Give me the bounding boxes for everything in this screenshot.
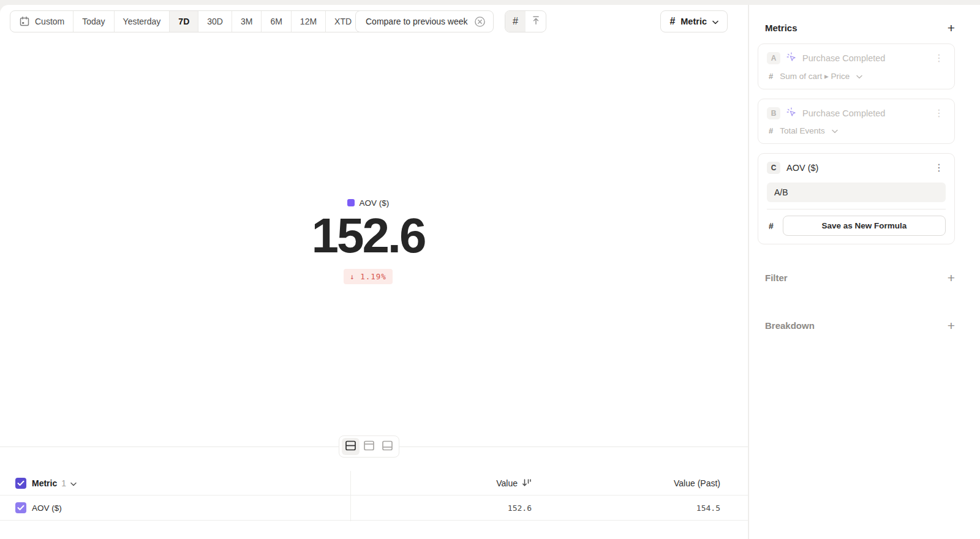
- event-icon: [786, 107, 796, 119]
- save-as-new-formula-button[interactable]: Save as New Formula: [783, 216, 946, 236]
- date-range-yesterday[interactable]: Yesterday: [115, 11, 170, 32]
- date-range-12m[interactable]: 12M: [292, 11, 326, 32]
- metric-letter-badge: A: [767, 52, 780, 64]
- compare-chip-label: Compare to previous week: [366, 17, 468, 26]
- table-header: Metric 1 Value Value (Past): [0, 471, 748, 496]
- chevron-down-icon: [832, 126, 838, 135]
- arrow-to-top-icon: [530, 15, 541, 28]
- more-options-icon[interactable]: ⋮: [932, 53, 946, 63]
- panel-layout-toggle: [339, 435, 399, 458]
- more-options-icon[interactable]: ⋮: [932, 163, 946, 173]
- metric-card-title: Purchase Completed: [802, 108, 885, 118]
- add-breakdown-button[interactable]: +: [948, 319, 955, 332]
- aggregation-selector[interactable]: # Total Events: [767, 126, 946, 135]
- analytics-report-page: Custom Today Yesterday 7D 30D 3M 6M 12M …: [0, 0, 980, 539]
- compare-chip[interactable]: Compare to previous week: [355, 10, 494, 32]
- aggregation-selector[interactable]: # Sum of cart ▸ Price: [767, 71, 946, 81]
- select-all-checkbox[interactable]: [15, 478, 26, 489]
- top-panel-icon: [363, 440, 375, 453]
- view-mode-toggle: #: [505, 10, 546, 32]
- metric-letter-badge: C: [767, 162, 780, 174]
- date-range-custom[interactable]: Custom: [10, 11, 74, 32]
- row-checkbox[interactable]: [15, 502, 26, 513]
- split-panel-icon: [345, 440, 356, 453]
- split-view-button[interactable]: [342, 438, 360, 455]
- formula-input[interactable]: A/B: [767, 183, 946, 202]
- hash-icon: #: [513, 16, 518, 27]
- event-icon: [786, 52, 796, 64]
- trend-view-button[interactable]: [526, 11, 546, 32]
- legend-swatch: [347, 199, 355, 206]
- more-options-icon[interactable]: ⋮: [932, 108, 946, 118]
- value-column-header[interactable]: Value: [496, 471, 532, 496]
- filter-section-header: Filter +: [765, 271, 955, 284]
- breakdown-title: Breakdown: [765, 320, 815, 331]
- hash-icon: #: [669, 16, 675, 27]
- metric-card-title: AOV ($): [786, 163, 818, 173]
- date-range-3m[interactable]: 3M: [232, 11, 262, 32]
- calendar-icon: [19, 16, 30, 27]
- sort-descending-icon: [522, 478, 532, 489]
- card-divider: [767, 209, 946, 209]
- number-view-button[interactable]: #: [505, 11, 526, 32]
- date-range-control: Custom Today Yesterday 7D 30D 3M 6M 12M …: [10, 10, 372, 32]
- chevron-down-icon: [712, 17, 718, 26]
- row-metric-name: AOV ($): [32, 496, 62, 521]
- metric-card-title: Purchase Completed: [802, 53, 885, 63]
- filter-title: Filter: [765, 273, 788, 283]
- date-range-6m[interactable]: 6M: [262, 11, 291, 32]
- table-row[interactable]: AOV ($) 152.6 154.5: [0, 496, 748, 521]
- query-builder-sidebar: Metrics + A Purchase Completed ⋮: [748, 5, 980, 539]
- row-value-past: 154.5: [696, 496, 720, 521]
- metric-value: 152.6: [0, 213, 736, 259]
- report-canvas: Custom Today Yesterday 7D 30D 3M 6M 12M …: [0, 5, 748, 539]
- aggregation-label: Total Events: [780, 126, 825, 135]
- metric-letter-badge: B: [767, 107, 780, 119]
- aggregation-label: Sum of cart ▸ Price: [780, 71, 850, 81]
- date-range-7d[interactable]: 7D: [170, 11, 198, 32]
- date-range-label: Custom: [35, 17, 64, 26]
- add-filter-button[interactable]: +: [948, 271, 955, 284]
- add-metric-button[interactable]: +: [948, 21, 955, 34]
- metric-column-header[interactable]: Metric 1: [32, 471, 77, 496]
- date-range-today[interactable]: Today: [74, 11, 114, 32]
- bottom-panel-icon: [382, 440, 393, 453]
- remove-compare-icon[interactable]: [474, 16, 486, 28]
- metrics-title: Metrics: [765, 23, 797, 33]
- change-badge: ↓ 1.19%: [344, 269, 393, 284]
- value-past-column-header[interactable]: Value (Past): [674, 471, 720, 496]
- hash-icon: #: [769, 126, 773, 135]
- legend: AOV ($): [347, 198, 390, 208]
- chart-only-view-button[interactable]: [360, 438, 378, 455]
- metric-dropdown[interactable]: # Metric: [660, 10, 728, 32]
- metrics-section-header: Metrics +: [765, 21, 955, 34]
- row-value: 152.6: [508, 496, 532, 521]
- metric-card-a[interactable]: A Purchase Completed ⋮ # Sum of cart ▸ P…: [758, 43, 955, 89]
- legend-label: AOV ($): [360, 198, 390, 208]
- metric-card-b[interactable]: B Purchase Completed ⋮ # Total Events: [758, 99, 955, 144]
- chevron-down-icon: [856, 72, 862, 81]
- table-only-view-button[interactable]: [379, 438, 396, 455]
- metric-card-c[interactable]: C AOV ($) ⋮ A/B # Save as New Formula: [758, 153, 955, 244]
- chevron-down-icon: [70, 478, 77, 489]
- hash-icon: #: [769, 72, 773, 81]
- big-number-display: AOV ($) 152.6 ↓ 1.19%: [0, 198, 736, 284]
- hash-icon: #: [769, 221, 774, 231]
- metric-dropdown-label: Metric: [680, 17, 707, 26]
- breakdown-section-header: Breakdown +: [765, 319, 955, 332]
- date-range-30d[interactable]: 30D: [198, 11, 232, 32]
